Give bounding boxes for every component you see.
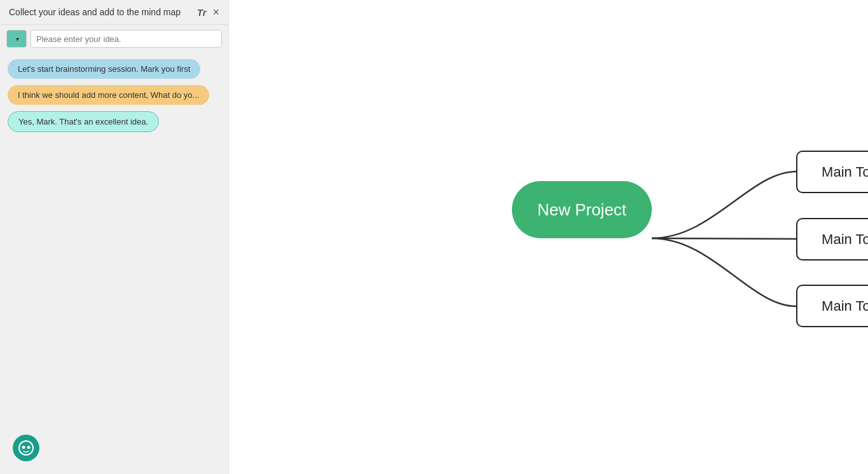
idea-input[interactable] — [31, 30, 222, 48]
topic-node-3-label: Main Topic — [822, 298, 868, 315]
left-panel: Collect your ideas and add to the mind m… — [0, 0, 229, 474]
topic-node-1-label: Main Topic — [822, 164, 868, 180]
topic-node-2-label: Main Topic — [822, 231, 868, 248]
panel-title: Collect your ideas and add to the mind m… — [9, 7, 181, 17]
close-icon[interactable]: × — [212, 6, 219, 18]
input-row — [0, 25, 228, 53]
mind-map-area: New Project Main Topic Main Topic Main T… — [229, 0, 868, 474]
bot-avatar[interactable] — [13, 435, 39, 461]
panel-header: Collect your ideas and add to the mind m… — [0, 0, 228, 25]
central-node-label: New Project — [537, 200, 626, 220]
message-bubble-1: Let's start brainstorming session. Mark … — [8, 59, 200, 79]
svg-point-1 — [22, 446, 25, 449]
message-bubble-2: I think we should add more content, What… — [8, 85, 209, 105]
color-picker-button[interactable] — [6, 30, 27, 48]
topic-node-2[interactable]: Main Topic — [796, 218, 868, 261]
svg-point-0 — [19, 441, 33, 455]
topic-node-3[interactable]: Main Topic — [796, 285, 868, 327]
svg-point-2 — [27, 446, 31, 449]
panel-header-icons: Tr × — [197, 6, 219, 18]
topic-node-1[interactable]: Main Topic — [796, 151, 868, 193]
central-node[interactable]: New Project — [512, 181, 652, 238]
font-format-icon[interactable]: Tr — [197, 7, 207, 18]
message-bubble-3: Yes, Mark. That's an excellent idea. — [8, 111, 159, 132]
messages-area: Let's start brainstorming session. Mark … — [0, 53, 228, 474]
